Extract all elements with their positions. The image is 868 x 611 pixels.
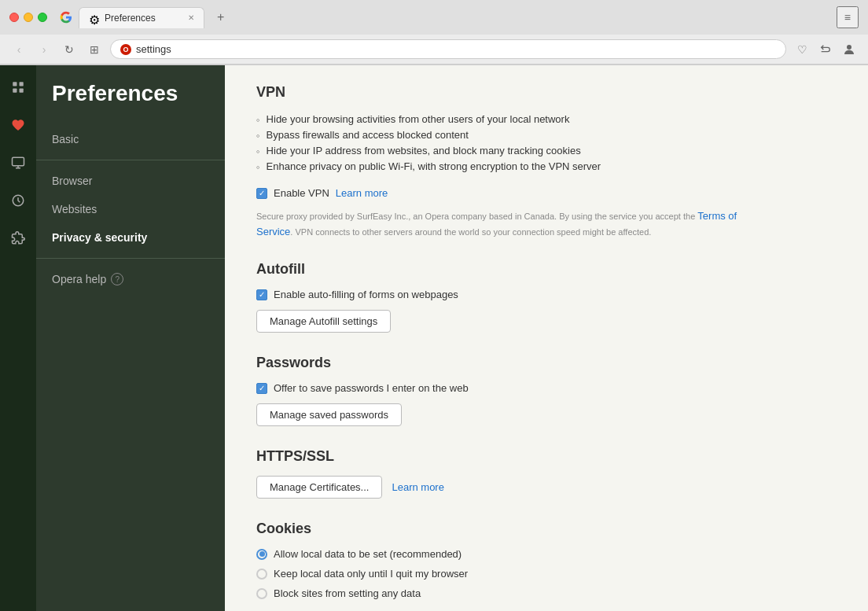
share-button[interactable] <box>816 40 835 59</box>
enable-vpn-checkbox[interactable] <box>256 188 267 199</box>
tab-icon: ⚙ <box>89 13 100 24</box>
sidebar-item-websites[interactable]: Websites <box>36 195 225 223</box>
user-avatar-button[interactable] <box>840 40 859 59</box>
cookies-option-3-row: Block sites from setting any data <box>256 587 837 599</box>
manage-saved-passwords-button[interactable]: Manage saved passwords <box>256 403 402 426</box>
minimize-button[interactable] <box>24 13 33 22</box>
svg-rect-3 <box>13 89 17 93</box>
autofill-section: Autofill Enable auto-filling of forms on… <box>256 261 837 333</box>
grid-button[interactable]: ⊞ <box>85 40 104 59</box>
vpn-disclaimer: Secure proxy provided by SurfEasy Inc., … <box>256 208 760 239</box>
grid-icon-button[interactable] <box>6 75 31 100</box>
offer-save-passwords-label: Offer to save passwords I enter on the w… <box>274 382 469 394</box>
autofill-label: Enable auto-filling of forms on webpages <box>274 289 458 300</box>
cookies-option-3-label: Block sites from setting any data <box>274 587 421 599</box>
https-ssl-title: HTTPS/SSL <box>256 448 837 465</box>
url-bar[interactable]: O settings <box>110 39 786 59</box>
clock-icon-button[interactable] <box>6 188 31 213</box>
close-button[interactable] <box>9 13 19 22</box>
vpn-bullet-1: Hide your browsing activities from other… <box>256 112 837 127</box>
autofill-title: Autofill <box>256 261 837 278</box>
main-content: VPN Hide your browsing activities from o… <box>225 65 868 611</box>
svg-rect-2 <box>20 82 24 86</box>
vpn-bullet-3: Hide your IP address from websites, and … <box>256 143 837 159</box>
sidebar-item-opera-help[interactable]: Opera help ? <box>36 265 225 293</box>
forward-button[interactable]: › <box>35 40 53 59</box>
offer-save-passwords-row: Offer to save passwords I enter on the w… <box>256 382 837 394</box>
cookies-title: Cookies <box>256 521 837 537</box>
manage-certificates-button[interactable]: Manage Certificates... <box>256 476 382 499</box>
sidebar-item-browser[interactable]: Browser <box>36 167 225 195</box>
https-learn-more-link[interactable]: Learn more <box>392 481 443 493</box>
autofill-enable-row: Enable auto-filling of forms on webpages <box>256 289 837 300</box>
https-ssl-section: HTTPS/SSL Manage Certificates... Learn m… <box>256 448 837 499</box>
sidebar-item-basic[interactable]: Basic <box>36 125 225 153</box>
cookies-radio-1[interactable] <box>256 549 267 560</box>
vpn-title: VPN <box>256 84 837 101</box>
heart-icon-button[interactable] <box>6 112 31 138</box>
tab-menu-button[interactable]: ≡ <box>837 6 859 28</box>
new-tab-button[interactable]: + <box>211 7 230 28</box>
bookmark-button[interactable]: ♡ <box>793 40 811 59</box>
cookies-section: Cookies Allow local data to be set (reco… <box>256 521 837 599</box>
svg-rect-1 <box>13 82 17 86</box>
cookies-option-1-row: Allow local data to be set (recommended) <box>256 548 837 560</box>
cookies-option-2-label: Keep local data only until I quit my bro… <box>274 568 468 580</box>
nav-sidebar: Preferences Basic Browser Websites Priva… <box>36 65 225 611</box>
maximize-button[interactable] <box>38 13 47 22</box>
svg-rect-4 <box>20 89 24 93</box>
autofill-checkbox[interactable] <box>256 289 267 300</box>
cookies-radio-2[interactable] <box>256 569 267 580</box>
vpn-bullet-2: Bypass firewalls and access blocked cont… <box>256 127 837 143</box>
tab-title: Preferences <box>105 13 183 24</box>
sidebar-item-privacy[interactable]: Privacy & security <box>36 223 225 252</box>
back-button[interactable]: ‹ <box>9 40 28 59</box>
help-icon: ? <box>111 273 123 285</box>
enable-vpn-row: Enable VPN Learn more <box>256 187 837 199</box>
url-text: settings <box>136 43 776 55</box>
enable-vpn-label: Enable VPN <box>274 187 329 199</box>
opera-icon: O <box>120 44 131 55</box>
svg-point-0 <box>847 45 851 50</box>
sidebar-divider-1 <box>36 160 225 160</box>
sidebar-divider-2 <box>36 258 225 259</box>
monitor-icon-button[interactable] <box>6 150 31 175</box>
vpn-section: VPN Hide your browsing activities from o… <box>256 84 837 239</box>
vpn-bullet-4: Enhance privacy on public Wi-Fi, with st… <box>256 159 837 175</box>
passwords-title: Passwords <box>256 355 837 371</box>
vpn-learn-more-link[interactable]: Learn more <box>336 187 388 199</box>
offer-save-passwords-checkbox[interactable] <box>256 383 267 394</box>
sidebar-title: Preferences <box>36 81 225 125</box>
passwords-section: Passwords Offer to save passwords I ente… <box>256 355 837 426</box>
cookies-radio-3[interactable] <box>256 588 267 599</box>
vpn-bullet-list: Hide your browsing activities from other… <box>256 112 837 175</box>
google-icon <box>60 11 72 24</box>
active-tab[interactable]: ⚙ Preferences ✕ <box>79 7 204 28</box>
icon-sidebar <box>0 65 36 611</box>
extensions-icon-button[interactable] <box>6 226 31 251</box>
svg-rect-5 <box>13 157 24 166</box>
reload-button[interactable]: ↻ <box>60 40 79 59</box>
cookies-option-1-label: Allow local data to be set (recommended) <box>274 548 462 560</box>
cookies-radio-inner-1 <box>259 551 265 557</box>
manage-autofill-button[interactable]: Manage Autofill settings <box>256 310 391 333</box>
cookies-option-2-row: Keep local data only until I quit my bro… <box>256 568 837 580</box>
tab-close-button[interactable]: ✕ <box>188 13 194 22</box>
